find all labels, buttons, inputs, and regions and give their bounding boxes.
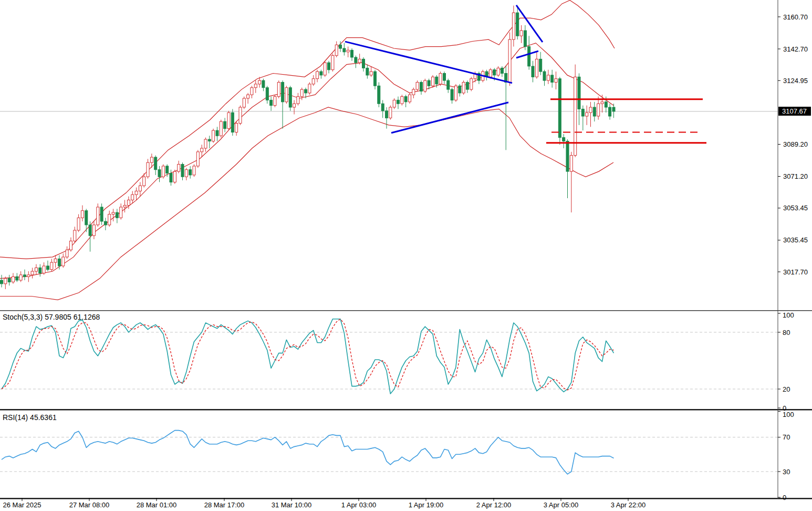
bull-candle [19,275,22,280]
bear-candle [493,70,496,75]
bull-candle [300,89,303,97]
date-axis-label: 1 Apr 19:00 [409,501,444,509]
bear-candle [343,48,346,52]
bull-candle [43,266,45,273]
rsi-axis-label: 0 [783,494,786,501]
bollinger-upper-band [0,1,615,259]
trendline-4 [516,51,538,58]
bear-candle [39,268,41,273]
bear-candle [208,139,211,141]
bull-candle [312,79,315,84]
bull-candle [239,107,242,124]
bull-candle [316,71,319,79]
separator-stoch-rsi [0,409,812,411]
bear-candle [24,275,26,277]
bear-candle [270,100,273,105]
bollinger-lower-band [0,107,613,300]
bear-candle [566,141,569,171]
bull-candle [293,104,296,107]
bear-candle [262,80,265,88]
bull-candle [97,207,99,225]
bear-candle [89,225,91,236]
bull-candle [74,230,76,241]
bear-candle [231,113,234,132]
bull-candle [220,121,222,136]
bull-candle [462,83,465,93]
bull-candle [81,211,84,218]
rsi-axis-label: 30 [783,468,790,475]
bear-candle [558,79,561,138]
bull-candle [31,271,34,275]
bull-candle [439,74,442,84]
bull-candle [196,152,199,166]
bull-candle [324,63,326,75]
bull-candle [274,97,276,106]
price-axis-label: 3053.45 [783,205,808,211]
bull-candle [201,148,203,152]
bull-candle [4,279,7,284]
bull-candle [66,250,68,257]
bull-candle [432,77,434,86]
bull-candle [508,39,511,82]
bear-candle [305,89,307,93]
bull-candle [143,177,145,186]
bull-candle [401,97,403,104]
bull-candle [297,97,299,104]
bull-candle [131,195,134,200]
separator-rsi-dates [0,498,812,499]
rsi-axis-label: 100 [783,411,794,418]
bear-candle [266,88,268,100]
bear-candle [289,88,292,107]
bear-candle [16,277,18,280]
bull-candle [370,71,372,75]
bull-candle [512,13,515,39]
price-axis-label: 3160.70 [783,14,808,21]
price-axis-label: 3089.20 [783,141,808,148]
trendline-3 [516,5,543,42]
date-axis-label: 28 Mar 17:00 [204,501,245,509]
bear-candle [366,68,369,75]
bull-candle [393,100,395,107]
bear-candle [216,130,218,136]
bull-candle [204,139,207,148]
bull-candle [69,241,72,250]
bear-candle [451,89,453,100]
chart-canvas[interactable] [0,0,812,511]
stoch-panel-label: Stoch(5,3,3) 57.9805 61.1268 [3,313,100,321]
bear-candle [104,221,107,225]
bull-candle [335,45,338,55]
date-axis-label: 26 Mar 2025 [3,501,41,509]
bear-candle [224,121,226,129]
bull-candle [162,166,164,177]
bear-candle [166,166,169,173]
bear-candle [386,111,388,118]
candles-group [1,6,616,289]
bull-candle [547,75,549,80]
bear-candle [501,68,503,73]
bear-candle [397,100,400,104]
date-axis-label: 28 Mar 01:00 [137,501,177,509]
bull-candle [77,218,80,230]
bull-candle [135,191,138,195]
bull-candle [424,80,426,91]
rsi-panel-label: RSI(14) 45.6361 [3,413,57,422]
bear-candle [428,80,430,86]
stoch-k-line [2,319,614,394]
stoch-axis-label: 20 [783,386,790,393]
stoch-d-line [2,319,614,390]
bull-candle [92,225,95,236]
bull-candle [409,95,411,102]
bull-candle [520,30,523,36]
bull-candle [212,130,215,141]
bear-candle [381,104,384,111]
bear-candle [605,102,607,107]
bear-candle [528,47,530,66]
bull-candle [489,70,492,77]
bear-candle [593,107,596,116]
bull-candle [347,50,349,52]
trading-chart-window: Stoch(5,3,3) 57.9805 61.1268 RSI(14) 45.… [0,0,812,511]
bull-candle [112,212,114,214]
bull-candle [586,113,588,116]
bear-candle [404,97,407,102]
bull-candle [570,156,572,172]
